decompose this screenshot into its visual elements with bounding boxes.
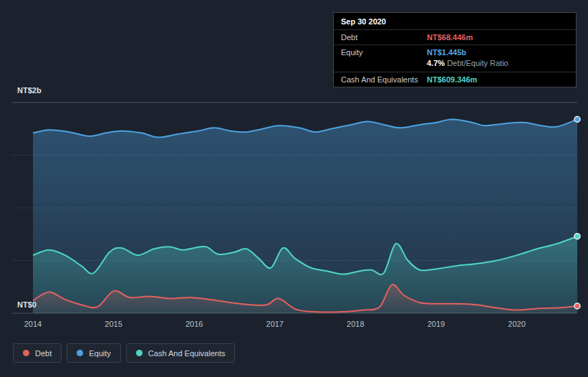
tooltip-date: Sep 30 2020: [334, 13, 576, 30]
legend-cash-label: Cash And Equivalents: [148, 349, 226, 358]
legend-item-debt[interactable]: Debt: [13, 343, 62, 363]
cash-dot-icon: [136, 350, 143, 356]
legend-debt-label: Debt: [35, 349, 52, 358]
equity-endpoint-marker[interactable]: [574, 117, 580, 123]
x-axis-tick-2015: 2015: [102, 320, 126, 328]
tooltip-equity-label: Equity: [341, 48, 427, 57]
tooltip-cash-label: Cash And Equivalents: [341, 75, 427, 84]
debt-equity-history-chart-screen: NT$2b NT$0 2014201520162017201820192020 …: [0, 0, 588, 377]
x-axis-tick-2019: 2019: [424, 320, 448, 328]
legend-equity-label: Equity: [89, 349, 111, 358]
x-axis-tick-2018: 2018: [343, 320, 367, 328]
x-axis-tick-2017: 2017: [263, 320, 287, 328]
tooltip-ratio-row: 4.7% Debt/Equity Ratio: [334, 58, 576, 72]
x-axis-tick-2016: 2016: [182, 320, 206, 328]
tooltip-equity-value: NT$1.445b: [427, 48, 466, 57]
legend-item-cash[interactable]: Cash And Equivalents: [126, 343, 236, 363]
tooltip-ratio-label: Debt/Equity Ratio: [447, 59, 509, 67]
chart-legend: Debt Equity Cash And Equivalents: [13, 343, 235, 363]
tooltip-ratio-value: 4.7%: [427, 59, 445, 67]
cash-and-equivalents-endpoint-marker[interactable]: [574, 234, 580, 239]
tooltip-debt-value: NT$68.446m: [427, 33, 473, 42]
debt-dot-icon: [23, 350, 29, 356]
debt-endpoint-marker[interactable]: [574, 303, 580, 309]
y-axis-label-top: NT$2b: [17, 86, 42, 95]
tooltip-debt-label: Debt: [341, 33, 427, 42]
tooltip-cash-value: NT$609.346m: [427, 75, 477, 84]
y-axis-label-bottom: NT$0: [17, 300, 37, 309]
x-axis-tick-2020: 2020: [505, 320, 529, 328]
equity-dot-icon: [77, 350, 83, 356]
x-axis-tick-2014: 2014: [21, 320, 45, 328]
legend-item-equity[interactable]: Equity: [67, 343, 121, 363]
chart-tooltip: Sep 30 2020 Debt NT$68.446m Equity NT$1.…: [333, 12, 577, 87]
